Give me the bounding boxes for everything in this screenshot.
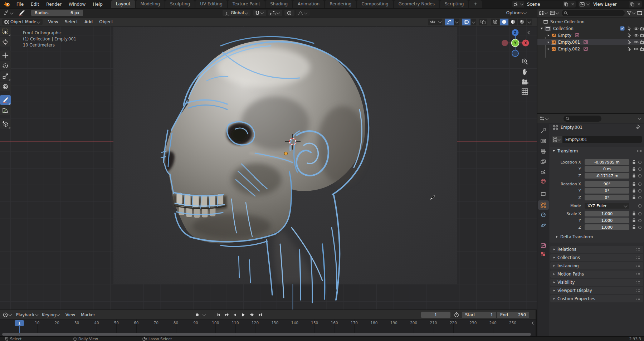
animate-dot[interactable]: [638, 174, 641, 177]
tool-rotate[interactable]: [0, 61, 11, 70]
timeline-view-menu[interactable]: View: [65, 312, 75, 317]
view-layer-copy-icon[interactable]: [629, 1, 635, 8]
animate-dot[interactable]: [638, 167, 641, 171]
location-y-field[interactable]: 0 m: [585, 166, 629, 172]
workspace-tab-rendering[interactable]: Rendering: [325, 0, 356, 8]
animate-dot[interactable]: [638, 219, 641, 222]
tab-output-icon[interactable]: [540, 148, 546, 155]
play-reverse-button[interactable]: [231, 311, 239, 318]
tab-render-icon[interactable]: [540, 138, 546, 144]
proportional-falloff-dropdown[interactable]: [296, 10, 310, 16]
play-button[interactable]: [239, 311, 248, 318]
panel-instancing[interactable]: Instancing: [550, 262, 643, 269]
scale-x-field[interactable]: 1.000: [585, 211, 629, 216]
lock-icon[interactable]: [631, 188, 636, 194]
preview-range-icon[interactable]: [454, 312, 459, 317]
location-x-field[interactable]: -0.097985 m: [585, 159, 629, 165]
rotation-mode-dropdown[interactable]: XYZ Euler: [585, 203, 629, 209]
playback-menu[interactable]: Playback: [16, 312, 39, 317]
lock-icon[interactable]: [631, 166, 636, 172]
view-layer-selector[interactable]: View Layer: [579, 1, 642, 8]
outliner-row-empty[interactable]: Empty: [537, 32, 644, 38]
current-frame-field[interactable]: 1: [421, 312, 450, 318]
disclosure-closed-icon[interactable]: [548, 48, 549, 50]
navigation-gizmo[interactable]: Z X Y: [500, 28, 531, 59]
proportional-editing-toggle[interactable]: [284, 10, 294, 16]
shading-wireframe-button[interactable]: [491, 19, 499, 25]
auto-keying-toggle[interactable]: [193, 311, 201, 318]
animate-dot[interactable]: [638, 182, 641, 186]
panel-drag-grip[interactable]: [637, 150, 642, 152]
animate-dot[interactable]: [638, 196, 641, 199]
tab-object-icon-active[interactable]: [540, 202, 546, 208]
object-origin-dot[interactable]: [284, 152, 288, 155]
render-camera-icon[interactable]: [640, 26, 644, 31]
timeline-scrollbar[interactable]: [2, 333, 531, 336]
timeline-marker-menu[interactable]: Marker: [81, 312, 95, 317]
workspace-tab-add-button[interactable]: +: [469, 0, 482, 8]
pan-hand-icon[interactable]: [521, 68, 529, 76]
properties-options-dropdown[interactable]: [638, 116, 641, 120]
workspace-tab-sculpting[interactable]: Sculpting: [165, 0, 195, 8]
outliner-row-scene-collection[interactable]: Scene Collection: [537, 19, 644, 25]
lock-icon[interactable]: [631, 224, 636, 230]
gizmos-toggle-dropdown[interactable]: [445, 19, 459, 25]
disclosure-closed-icon[interactable]: [548, 34, 549, 36]
selectable-icon[interactable]: [627, 47, 631, 51]
panel-custom-properties[interactable]: Custom Properties: [550, 295, 643, 302]
viewport-menu-select[interactable]: Select: [62, 19, 81, 24]
scale-z-field[interactable]: 1.000: [585, 224, 629, 230]
tool-cursor[interactable]: [0, 37, 11, 47]
view-layer-name[interactable]: View Layer: [590, 1, 629, 8]
outliner-row-empty-001[interactable]: Empty.001: [537, 39, 644, 45]
hide-eye-icon[interactable]: [634, 40, 639, 44]
selectable-icon[interactable]: [627, 33, 631, 38]
workspace-tab-uv-editing[interactable]: UV Editing: [195, 0, 227, 8]
viewport-canvas[interactable]: [0, 26, 537, 310]
tool-add-cube[interactable]: [0, 119, 11, 129]
panel-motion-paths[interactable]: Motion Paths: [550, 271, 643, 278]
tab-texture-icon[interactable]: [540, 251, 546, 257]
rotation-z-field[interactable]: 0°: [585, 195, 629, 200]
tool-transform[interactable]: [0, 82, 11, 91]
render-camera-icon[interactable]: [640, 33, 644, 38]
visibility-toggles-dropdown[interactable]: [428, 19, 442, 25]
rotation-y-field[interactable]: 0°: [585, 188, 629, 194]
animate-dot[interactable]: [638, 161, 641, 164]
tab-scene-icon[interactable]: [540, 169, 546, 175]
gizmo-z-neg-axis[interactable]: [512, 50, 518, 57]
workspace-tab-scripting[interactable]: Scripting: [440, 0, 468, 8]
end-frame-field[interactable]: End 250: [497, 312, 529, 318]
animate-dot[interactable]: [638, 212, 641, 215]
lock-icon[interactable]: [631, 218, 636, 223]
tab-world-icon[interactable]: [540, 178, 546, 184]
tool-select-box[interactable]: [0, 26, 11, 36]
tab-tool-icon[interactable]: [540, 127, 546, 134]
menu-file[interactable]: File: [13, 2, 27, 7]
tool-move[interactable]: [0, 50, 11, 60]
menu-window[interactable]: Window: [65, 2, 89, 7]
lock-icon[interactable]: [631, 195, 636, 200]
panel-drag-grip[interactable]: [636, 248, 641, 251]
workspace-tab-texture-paint[interactable]: Texture Paint: [228, 0, 265, 8]
location-z-field[interactable]: -0.17147 m: [585, 173, 629, 179]
gizmo-x-neg-axis[interactable]: [502, 40, 508, 46]
outliner-search-input[interactable]: [562, 10, 625, 16]
workspace-tab-layout[interactable]: Layout: [111, 0, 135, 8]
shading-rendered-button[interactable]: [518, 19, 526, 25]
viewport-menu-add[interactable]: Add: [81, 19, 96, 24]
blender-logo-icon[interactable]: [0, 2, 13, 7]
transform-panel-header[interactable]: Transform: [552, 148, 642, 154]
ortho-grid-icon[interactable]: [521, 88, 529, 96]
animate-dot[interactable]: [638, 189, 641, 193]
panel-drag-grip[interactable]: [636, 264, 641, 267]
tab-constraints-icon[interactable]: [540, 211, 546, 218]
new-collection-button[interactable]: [637, 10, 643, 15]
panel-drag-grip[interactable]: [636, 256, 641, 259]
zoom-tool-icon[interactable]: [521, 57, 529, 66]
hide-eye-icon[interactable]: [634, 33, 639, 38]
workspace-tab-modeling[interactable]: Modeling: [136, 0, 165, 8]
breadcrumb-object-name[interactable]: Empty.001: [561, 125, 582, 130]
xray-toggle[interactable]: [479, 19, 487, 25]
lock-icon[interactable]: [631, 181, 636, 187]
